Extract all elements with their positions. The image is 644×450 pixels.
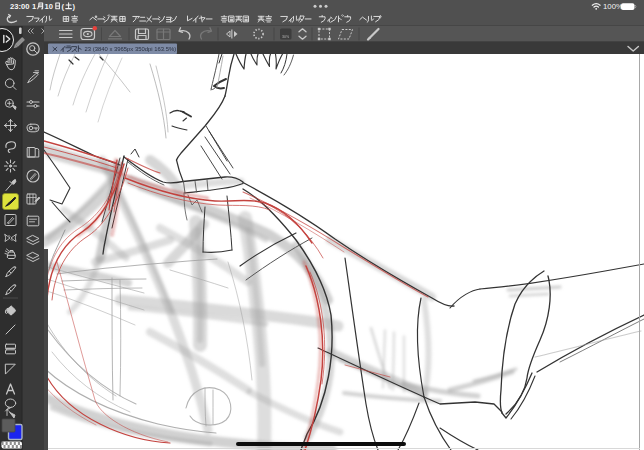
svg-text:10: 10 (45, 2, 53, 11)
svg-text:23 (3840 x 3965px 350dpi 163.5: 23 (3840 x 3965px 350dpi 163.5%) (85, 46, 177, 52)
svg-text:23:00: 23:00 (10, 2, 29, 11)
svg-text:30%: 30% (282, 35, 290, 39)
svg-text:100%: 100% (603, 2, 623, 11)
